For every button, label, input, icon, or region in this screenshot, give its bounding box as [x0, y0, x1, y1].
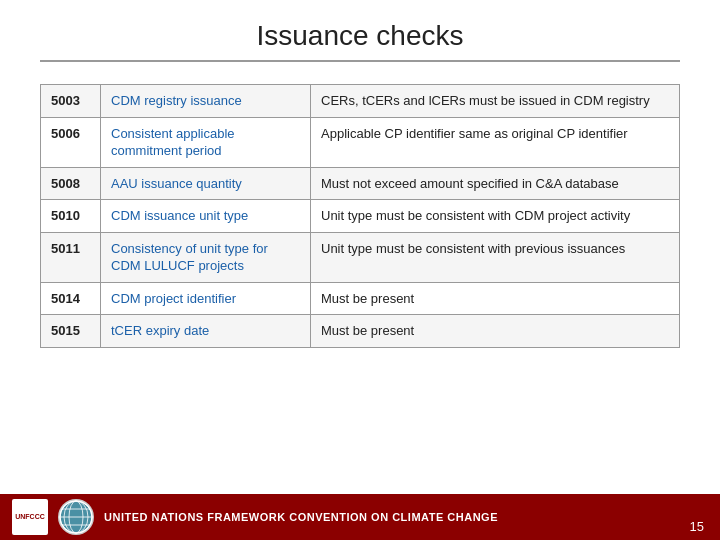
row-name: tCER expiry date [101, 315, 311, 348]
row-rule: Applicable CP identifier same as origina… [311, 117, 680, 167]
row-rule: Must not exceed amount specified in C&A … [311, 167, 680, 200]
row-rule: Unit type must be consistent with previo… [311, 232, 680, 282]
row-rule: Unit type must be consistent with CDM pr… [311, 200, 680, 233]
row-name: CDM issuance unit type [101, 200, 311, 233]
row-rule: Must be present [311, 315, 680, 348]
row-name: CDM registry issuance [101, 85, 311, 118]
footer-bar: UNFCCC UNITED NATIONS FRAMEWORK CONVENTI… [0, 494, 720, 540]
footer-organization-text: UNITED NATIONS FRAMEWORK CONVENTION ON C… [104, 511, 708, 523]
page-title: Issuance checks [40, 20, 680, 62]
row-code: 5010 [41, 200, 101, 233]
row-code: 5014 [41, 282, 101, 315]
table-row: 5003CDM registry issuanceCERs, tCERs and… [41, 85, 680, 118]
page-number: 15 [686, 519, 708, 534]
row-name: CDM project identifier [101, 282, 311, 315]
row-name: Consistent applicable commitment period [101, 117, 311, 167]
issuance-checks-table: 5003CDM registry issuanceCERs, tCERs and… [40, 84, 680, 348]
main-content: Issuance checks 5003CDM registry issuanc… [0, 0, 720, 494]
table-row: 5015tCER expiry dateMust be present [41, 315, 680, 348]
row-code: 5008 [41, 167, 101, 200]
unfccc-logo: UNFCCC [12, 499, 48, 535]
table-row: 5008AAU issuance quantityMust not exceed… [41, 167, 680, 200]
un-logo [58, 499, 94, 535]
row-code: 5011 [41, 232, 101, 282]
row-name: AAU issuance quantity [101, 167, 311, 200]
row-code: 5015 [41, 315, 101, 348]
row-rule: CERs, tCERs and lCERs must be issued in … [311, 85, 680, 118]
page-container: Issuance checks 5003CDM registry issuanc… [0, 0, 720, 540]
table-row: 5006Consistent applicable commitment per… [41, 117, 680, 167]
row-code: 5006 [41, 117, 101, 167]
table-row: 5010CDM issuance unit typeUnit type must… [41, 200, 680, 233]
table-row: 5011Consistency of unit type for CDM LUL… [41, 232, 680, 282]
row-code: 5003 [41, 85, 101, 118]
row-rule: Must be present [311, 282, 680, 315]
table-wrapper: 5003CDM registry issuanceCERs, tCERs and… [40, 84, 680, 484]
row-name: Consistency of unit type for CDM LULUCF … [101, 232, 311, 282]
table-row: 5014CDM project identifierMust be presen… [41, 282, 680, 315]
